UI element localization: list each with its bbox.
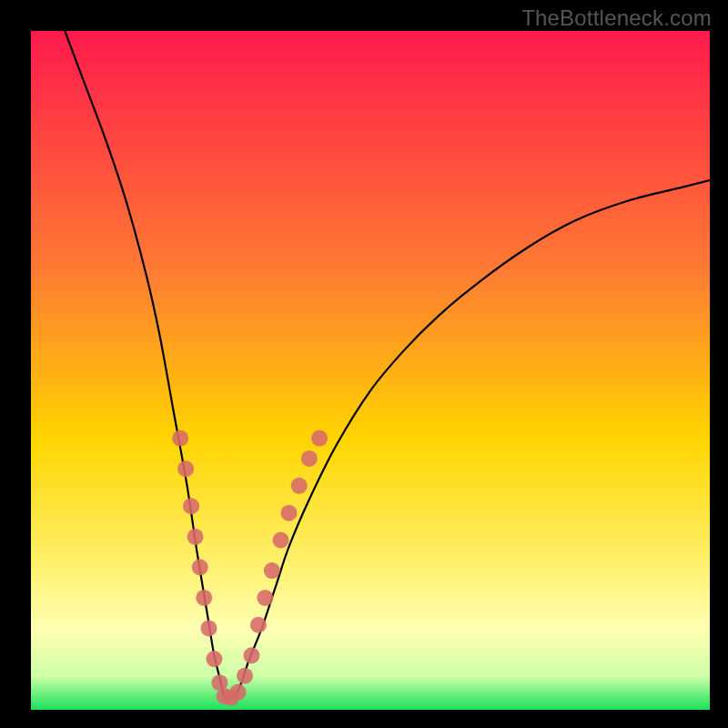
curve-dot [172,430,188,447]
curve-dot [301,450,318,467]
curve-dot [206,651,222,667]
curve-dot [311,430,328,447]
curve-dot [280,505,297,521]
curve-dot [187,529,204,545]
curve-dot [264,562,280,579]
curve-dot [192,559,208,575]
curve-dot [291,478,308,494]
bottleneck-curve [65,31,710,698]
watermark-text: TheBottleneck.com [521,5,712,31]
curve-dot [196,590,212,606]
curve-dot [257,590,273,606]
curve-dot [243,647,259,663]
chart-plot-area [31,31,710,710]
chart-frame: TheBottleneck.com [0,0,728,728]
chart-svg [31,31,710,710]
curve-dot [230,684,247,701]
curve-dot [237,668,253,684]
curve-dot [250,617,267,633]
curve-dot [177,460,194,477]
curve-dot [183,498,199,514]
curve-dot [273,532,289,549]
curve-dot [200,620,217,636]
